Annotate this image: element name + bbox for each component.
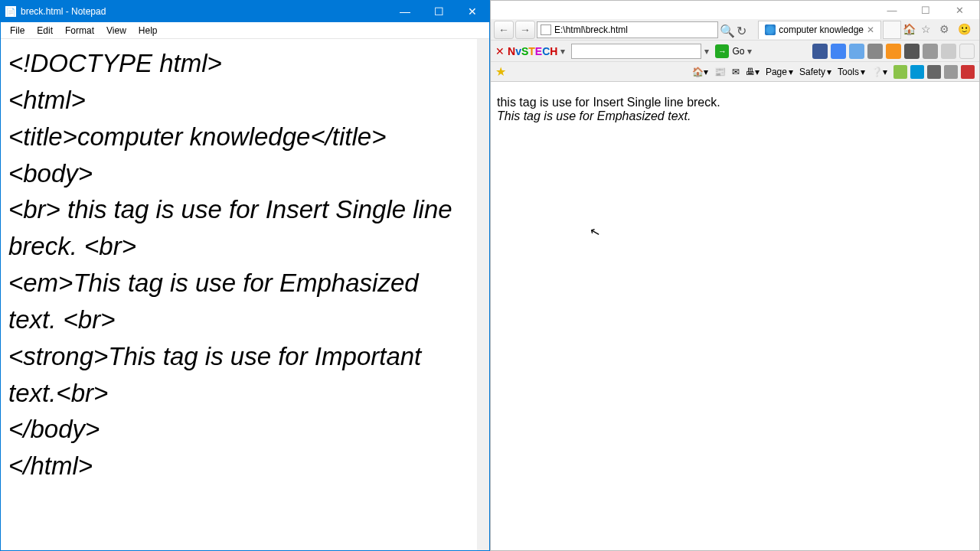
notepad-icon: 📄 [5, 6, 16, 17]
cmd-icon-3[interactable] [944, 65, 958, 79]
forward-button[interactable]: → [515, 21, 535, 39]
close-button[interactable]: ✕ [456, 1, 489, 22]
ie-maximize-button[interactable]: ☐ [909, 2, 942, 18]
notepad-titlebar[interactable]: 📄 breck.html - Notepad — ☐ ✕ [1, 1, 489, 22]
ie-address-bar: ← → E:\html\breck.html 🔍 ↻ computer know… [491, 19, 979, 41]
feeds-icon[interactable]: 📰 [714, 67, 726, 77]
favorites-star-icon[interactable]: ★ [495, 64, 506, 79]
mail-icon[interactable]: ✉ [732, 67, 740, 77]
url-field[interactable]: E:\html\breck.html [537, 21, 718, 38]
ie-toolbar-nvstech: ✕ NvSTECH ▾ ▾ → Go ▾ [491, 41, 979, 62]
maximize-button[interactable]: ☐ [422, 1, 456, 22]
home-icon[interactable]: 🏠 [903, 23, 916, 37]
ie-titlebar[interactable]: — ☐ ✕ [491, 1, 979, 19]
toolbar-app-icons [812, 44, 975, 59]
smiley-icon[interactable]: 🙂 [958, 23, 972, 37]
menu-file[interactable]: File [4, 24, 31, 37]
new-tab-button[interactable] [883, 21, 901, 39]
cmd-icon-2[interactable] [927, 65, 941, 79]
toolbar-search-input[interactable] [571, 44, 701, 59]
settings-icon[interactable]: ⚙ [939, 23, 953, 37]
ie-close-button[interactable]: ✕ [942, 2, 976, 18]
more-icon[interactable] [923, 44, 938, 59]
search-dropdown-icon[interactable]: ▾ [704, 46, 712, 57]
minimize-button[interactable]: — [388, 1, 422, 22]
notepad-editor[interactable]: <!DOCTYPE html> <html> <title>computer k… [1, 39, 489, 550]
page-menu[interactable]: Page▾ [766, 67, 793, 77]
notepad-title: breck.html - Notepad [21, 6, 388, 17]
facebook-icon[interactable] [812, 44, 828, 59]
nvstech-logo[interactable]: NvSTECH [508, 45, 557, 57]
ie-tabs: computer knowledge ✕ [758, 21, 901, 39]
go-dropdown-icon[interactable]: ▾ [747, 46, 755, 57]
app-icon-1[interactable] [886, 44, 901, 59]
menu-view[interactable]: View [100, 24, 132, 37]
command-bar-icons [893, 65, 975, 79]
toolbar-close-icon[interactable]: ✕ [495, 45, 505, 57]
page-icon [541, 24, 551, 35]
help-icon[interactable]: ❔▾ [871, 67, 887, 77]
page-line-1: this tag is use for Insert Single line b… [497, 96, 973, 109]
go-label[interactable]: Go [732, 46, 744, 57]
menu-edit[interactable]: Edit [31, 24, 59, 37]
tools-menu[interactable]: Tools▾ [838, 67, 865, 77]
ie-top-right-icons: 🏠 ☆ ⚙ 🙂 [903, 23, 976, 37]
favorites-icon[interactable]: ☆ [921, 23, 935, 37]
notepad-window: 📄 breck.html - Notepad — ☐ ✕ File Edit F… [0, 0, 490, 551]
ie-command-bar: ★ 🏠▾ 📰 ✉ 🖶▾ Page▾ Safety▾ Tools▾ ❔▾ [491, 62, 979, 82]
print-dropdown[interactable]: 🖶▾ [746, 67, 760, 77]
chevron-down-icon[interactable]: ▾ [560, 46, 568, 57]
app-icon-2[interactable] [904, 44, 920, 59]
globe-icon[interactable] [831, 44, 846, 59]
plus-icon[interactable] [959, 44, 975, 59]
search-icon[interactable]: 🔍 [720, 24, 732, 36]
ie-tab[interactable]: computer knowledge ✕ [758, 21, 881, 39]
go-button-icon[interactable]: → [715, 44, 729, 58]
menu-help[interactable]: Help [132, 24, 164, 37]
tab-title: computer knowledge [779, 24, 864, 35]
tab-close-button[interactable]: ✕ [867, 24, 874, 35]
cmd-icon-4[interactable] [961, 65, 975, 79]
hp-icon[interactable] [910, 65, 924, 79]
page-line-2-emphasized: This tag is use for Emphasized text. [497, 109, 973, 123]
back-button[interactable]: ← [494, 21, 514, 39]
safety-menu[interactable]: Safety▾ [799, 67, 831, 77]
notepad-menubar: File Edit Format View Help [1, 22, 489, 39]
ie-window: — ☐ ✕ ← → E:\html\breck.html 🔍 ↻ compute… [490, 0, 980, 551]
ie-page-content: this tag is use for Insert Single line b… [491, 82, 979, 550]
tool-icon[interactable] [867, 44, 883, 59]
ie-minimize-button[interactable]: — [875, 2, 909, 18]
url-text: E:\html\breck.html [554, 24, 628, 35]
menu-format[interactable]: Format [59, 24, 100, 37]
ie-favicon-icon [765, 24, 776, 35]
cmd-icon-1[interactable] [893, 65, 907, 79]
robot-icon[interactable] [849, 44, 864, 59]
refresh-button[interactable]: ↻ [737, 24, 749, 36]
expand-icon[interactable] [941, 44, 956, 59]
home-dropdown[interactable]: 🏠▾ [692, 67, 708, 77]
